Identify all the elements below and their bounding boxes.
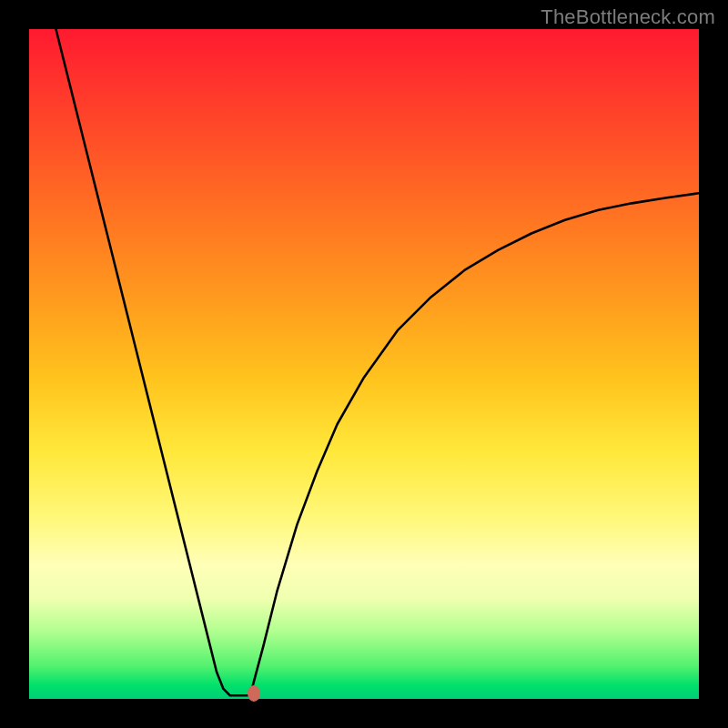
chart-frame: TheBottleneck.com bbox=[0, 0, 728, 728]
min-marker-icon bbox=[248, 685, 260, 702]
line-layer bbox=[29, 29, 699, 699]
plot-area bbox=[29, 29, 699, 699]
watermark-text: TheBottleneck.com bbox=[541, 5, 715, 29]
bottleneck-curve bbox=[56, 29, 699, 695]
